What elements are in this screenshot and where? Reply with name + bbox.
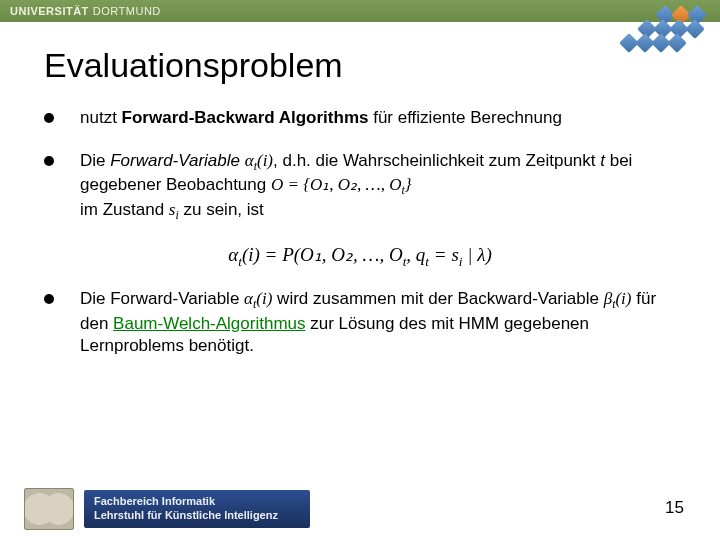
forward-variable-formula: αt(i) = P(O₁, O₂, …, Ot, qt = si | λ) — [0, 243, 720, 270]
uni-name-light: DORTMUND — [93, 5, 161, 17]
bullet-list-2: Die Forward-Variable αt(i) wird zusammen… — [44, 288, 660, 358]
beta-symbol: βt(i) — [604, 289, 632, 308]
faces-icon — [24, 488, 74, 530]
bold-term: Forward-Backward Algorithms — [122, 108, 369, 127]
dept-line2: Lehrstuhl für Künstliche Intelligenz — [94, 509, 294, 523]
alpha-symbol: αt(i) — [245, 151, 273, 170]
page-number: 15 — [665, 498, 684, 518]
department-badge: Fachbereich Informatik Lehrstuhl für Kün… — [84, 490, 310, 528]
uni-name-strong: UNIVERSITÄT — [10, 5, 89, 17]
text: , d.h. die Wahrscheinlichkeit zum Zeitpu… — [273, 151, 600, 170]
text: im Zustand — [80, 200, 169, 219]
bullet-list: nutzt Forward-Backward Algorithms für ef… — [44, 107, 660, 223]
state-si: si — [169, 200, 179, 219]
footer-logo: Fachbereich Informatik Lehrstuhl für Kün… — [24, 488, 310, 530]
text: Die — [80, 151, 110, 170]
alpha-symbol: αt(i) — [244, 289, 272, 308]
text: zu sein, ist — [179, 200, 264, 219]
bullet-2: Die Forward-Variable αt(i), d.h. die Wah… — [44, 150, 660, 223]
text: wird zusammen mit der Backward-Variable — [272, 289, 603, 308]
text: für effiziente Berechnung — [368, 108, 561, 127]
bullet-3: Die Forward-Variable αt(i) wird zusammen… — [44, 288, 660, 358]
text: Die Forward-Variable — [80, 289, 244, 308]
decorative-squares — [604, 8, 714, 52]
baum-welch-link[interactable]: Baum-Welch-Algorithmus — [113, 314, 305, 333]
forward-variable-term: Forward-Variable — [110, 151, 240, 170]
text: nutzt — [80, 108, 122, 127]
bullet-1: nutzt Forward-Backward Algorithms für ef… — [44, 107, 660, 130]
dept-line1: Fachbereich Informatik — [94, 495, 294, 509]
observation-set: O = {O₁, O₂, …, Ot} — [271, 175, 412, 194]
